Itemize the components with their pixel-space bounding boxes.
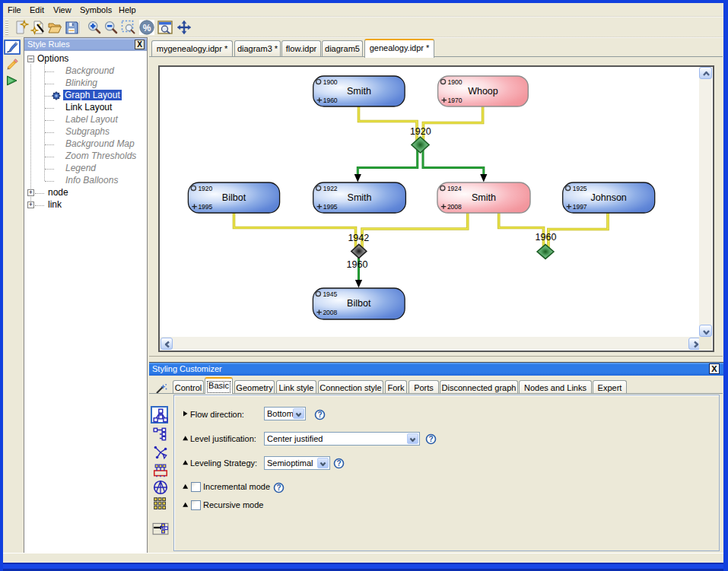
svg-text:1960: 1960: [536, 232, 557, 243]
svg-text:1995: 1995: [323, 203, 338, 211]
svg-text:1995: 1995: [198, 203, 212, 211]
svg-text:1960: 1960: [323, 97, 338, 104]
svg-text:1942: 1942: [348, 233, 369, 243]
svg-text:2008: 2008: [447, 203, 462, 211]
svg-text:1997: 1997: [573, 203, 587, 211]
svg-text:Bilbot: Bilbot: [347, 298, 371, 309]
svg-text:Smith: Smith: [348, 192, 372, 203]
svg-text:Whoop: Whoop: [468, 86, 498, 97]
svg-text:%: %: [143, 23, 151, 33]
svg-text:1922: 1922: [323, 185, 338, 192]
svg-text:1900: 1900: [323, 78, 338, 86]
svg-text:1925: 1925: [573, 185, 587, 192]
svg-text:Smith: Smith: [472, 192, 496, 203]
svg-text:1960: 1960: [347, 259, 368, 270]
svg-text:1920: 1920: [198, 185, 212, 192]
svg-text:1920: 1920: [410, 126, 431, 137]
svg-text:1970: 1970: [448, 97, 463, 104]
svg-text:?: ?: [276, 484, 281, 492]
svg-text:?: ?: [428, 435, 433, 443]
svg-text:1945: 1945: [323, 290, 337, 298]
svg-text:?: ?: [317, 411, 322, 419]
svg-text:1924: 1924: [447, 185, 462, 192]
svg-text:2008: 2008: [323, 309, 337, 316]
svg-text:Smith: Smith: [347, 86, 371, 97]
svg-text:?: ?: [336, 459, 341, 468]
svg-text:Bilbot: Bilbot: [222, 192, 246, 203]
svg-text:1900: 1900: [448, 78, 463, 86]
svg-text:Johnson: Johnson: [591, 192, 627, 203]
